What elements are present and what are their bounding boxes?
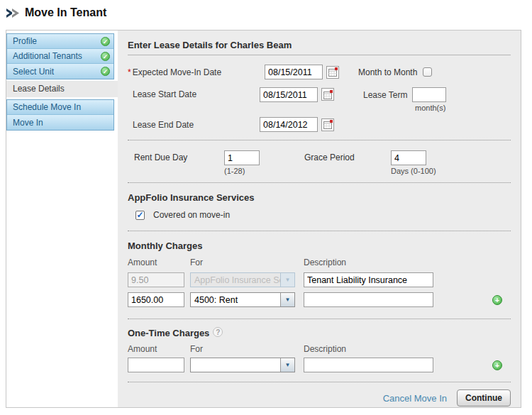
one-time-description-input[interactable] xyxy=(304,358,433,372)
monthly-charge-row-insurance: AppFolio Insurance Se ▼ xyxy=(128,272,511,287)
cancel-move-in-link[interactable]: Cancel Move In xyxy=(383,393,447,404)
one-time-charges-title: One-Time Charges? xyxy=(128,327,511,338)
expected-move-in-calendar-icon[interactable] xyxy=(326,66,339,79)
monthly-charges-headers: Amount For Description xyxy=(128,258,511,267)
sidebar-item-label: Move In xyxy=(13,118,113,128)
page-title: Move In Tenant xyxy=(25,6,106,19)
add-one-time-charge-button[interactable]: + xyxy=(492,360,502,370)
select-value xyxy=(191,358,280,372)
double-chevron-icon xyxy=(6,8,20,18)
chevron-down-icon: ▼ xyxy=(280,358,294,372)
lease-end-label: Lease End Date xyxy=(128,120,260,130)
separator xyxy=(128,231,511,231)
grace-period-hint: Days (0-100) xyxy=(391,167,436,175)
covered-on-move-in-label: Covered on move-in xyxy=(153,210,230,220)
step-complete-check-icon: ✓ xyxy=(101,52,110,61)
separator xyxy=(128,140,511,140)
chevron-down-icon: ▼ xyxy=(280,293,294,306)
rent-due-row: Rent Due Day (1-28) Grace Period Days (0… xyxy=(128,150,511,175)
for-column-header: For xyxy=(190,258,295,267)
lease-end-row: Lease End Date xyxy=(128,117,511,132)
sidebar-item-additional-tenants[interactable]: Additional Tenants ✓ xyxy=(7,49,113,64)
calendar-icon xyxy=(323,90,333,99)
sidebar-item-move-in[interactable]: Move In xyxy=(7,115,113,130)
one-time-charges-headers: Amount For Description xyxy=(128,344,511,354)
sidebar-item-label: Schedule Move In xyxy=(13,102,113,112)
rent-due-day-input[interactable] xyxy=(224,150,260,165)
one-time-for-select[interactable]: ▼ xyxy=(190,358,295,372)
amount-column-header: Amount xyxy=(128,258,184,267)
grace-period-group: Days (0-100) xyxy=(391,150,436,175)
sidebar-item-label: Additional Tenants xyxy=(13,51,101,61)
lease-term-unit: month(s) xyxy=(415,104,446,112)
description-column-header: Description xyxy=(304,344,433,354)
one-time-charge-row: ▼ + xyxy=(128,358,511,372)
rent-due-day-label: Rent Due Day xyxy=(134,150,224,162)
one-time-amount-input[interactable] xyxy=(128,358,184,372)
month-to-month-checkbox[interactable] xyxy=(423,67,432,77)
expected-move-in-label: *Expected Move-In Date xyxy=(128,67,265,77)
monthly-charges-title: Monthly Charges xyxy=(128,240,511,251)
amount-column-header: Amount xyxy=(128,344,184,354)
lease-start-calendar-icon[interactable] xyxy=(321,88,334,101)
wizard-steps-sidebar: Profile ✓ Additional Tenants ✓ Select Un… xyxy=(6,31,118,407)
expected-move-in-row: *Expected Move-In Date Month to Month xyxy=(128,65,511,79)
monthly-for-select-2[interactable]: 4500: Rent ▼ xyxy=(190,292,295,307)
lease-term-label: Lease Term xyxy=(363,90,407,100)
help-icon[interactable]: ? xyxy=(213,327,223,337)
insurance-checkbox-row: ✓ Covered on move-in xyxy=(128,210,511,220)
separator xyxy=(128,319,511,319)
separator xyxy=(128,182,511,183)
sidebar-item-profile[interactable]: Profile ✓ xyxy=(7,34,113,49)
required-marker: * xyxy=(128,67,131,77)
sidebar-item-label: Select Unit xyxy=(13,67,101,77)
sidebar-item-label: Profile xyxy=(13,36,101,46)
select-value: AppFolio Insurance Se xyxy=(191,273,280,287)
expected-move-in-input[interactable] xyxy=(265,65,323,79)
sidebar-item-schedule-move-in[interactable]: Schedule Move In xyxy=(7,100,113,115)
monthly-amount-input-2[interactable] xyxy=(128,292,184,307)
page-header: Move In Tenant xyxy=(0,0,532,19)
lease-start-label: Lease Start Date xyxy=(128,87,260,99)
rent-due-day-hint: (1-28) xyxy=(224,167,260,175)
lease-end-input[interactable] xyxy=(260,117,318,132)
step-complete-check-icon: ✓ xyxy=(101,37,110,46)
lease-details-panel: Enter Lease Details for Charles Beam *Ex… xyxy=(118,31,521,407)
sidebar-item-lease-details-active[interactable]: Lease Details xyxy=(6,81,118,97)
covered-on-move-in-checkbox[interactable]: ✓ xyxy=(135,211,145,220)
calendar-icon xyxy=(328,67,338,77)
lease-end-calendar-icon[interactable] xyxy=(321,118,334,131)
monthly-for-select-1: AppFolio Insurance Se ▼ xyxy=(190,272,295,287)
upcoming-steps-group: Schedule Move In Move In xyxy=(6,99,114,131)
sidebar-item-label: Lease Details xyxy=(13,84,65,94)
rent-due-day-group: (1-28) xyxy=(224,150,260,175)
form-title: Enter Lease Details for Charles Beam xyxy=(128,31,511,55)
lease-start-input[interactable] xyxy=(260,87,318,102)
monthly-description-input-1[interactable] xyxy=(304,272,433,287)
add-monthly-charge-button[interactable]: + xyxy=(492,295,502,305)
sidebar-item-select-unit[interactable]: Select Unit ✓ xyxy=(7,64,113,79)
monthly-description-input-2[interactable] xyxy=(304,292,433,307)
monthly-charge-row-rent: 4500: Rent ▼ + xyxy=(128,292,511,307)
completed-steps-group: Profile ✓ Additional Tenants ✓ Select Un… xyxy=(6,33,114,79)
grace-period-input[interactable] xyxy=(391,150,426,165)
lease-term-input[interactable] xyxy=(412,87,446,102)
insurance-section-title: AppFolio Insurance Services xyxy=(128,192,511,203)
for-column-header: For xyxy=(190,344,295,354)
continue-button[interactable]: Continue xyxy=(457,389,511,406)
step-complete-check-icon: ✓ xyxy=(101,67,110,76)
description-column-header: Description xyxy=(304,258,433,267)
move-in-wizard: Profile ✓ Additional Tenants ✓ Select Un… xyxy=(6,30,521,408)
form-actions: Cancel Move In Continue xyxy=(128,389,511,406)
lease-term-group: Lease Term month(s) xyxy=(363,87,446,112)
select-value: 4500: Rent xyxy=(191,293,280,306)
calendar-icon xyxy=(323,120,333,129)
month-to-month-label: Month to Month xyxy=(358,67,417,77)
monthly-amount-input-1 xyxy=(128,272,184,287)
chevron-down-icon: ▼ xyxy=(280,273,294,287)
lease-start-row: Lease Start Date Lease Term month(s) xyxy=(128,87,511,112)
separator xyxy=(128,382,511,382)
grace-period-label: Grace Period xyxy=(304,150,391,162)
